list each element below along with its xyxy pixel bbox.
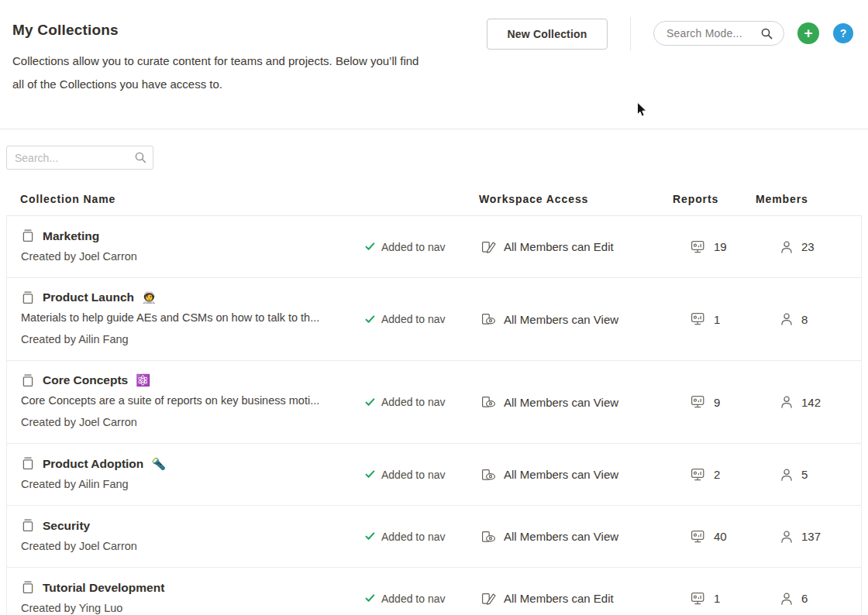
page-header: My Collections Collections allow you to …	[0, 0, 868, 129]
collection-name-cell: Tutorial Development Created by Ying Luo	[7, 569, 363, 615]
collection-emoji: ⚛️	[136, 371, 150, 390]
table-row[interactable]: Tutorial Development Created by Ying Luo…	[6, 568, 862, 615]
added-to-nav-cell: Added to nav	[363, 241, 476, 253]
added-to-nav-label: Added to nav	[381, 313, 446, 325]
members-count: 6	[801, 592, 808, 605]
added-to-nav-label: Added to nav	[381, 531, 446, 543]
document-eye-icon	[481, 395, 497, 409]
collection-title-link[interactable]: Tutorial Development	[43, 579, 164, 597]
workspace-access-icon	[481, 592, 497, 606]
members-count: 142	[801, 396, 821, 409]
collections-main: Collection Name Workspace Access Reports…	[0, 146, 868, 615]
collection-created-by: Created by Ailin Fang	[21, 329, 356, 350]
added-to-nav-label: Added to nav	[381, 469, 446, 481]
workspace-access-label: All Members can View	[504, 396, 618, 409]
collection-created-by: Created by Joel Carron	[21, 246, 356, 267]
workspace-access-cell: All Members can View	[476, 530, 667, 544]
members-cell: 23	[756, 240, 863, 254]
reports-cell: 19	[667, 240, 756, 254]
workspace-access-cell: All Members can Edit	[476, 240, 667, 254]
workspace-access-label: All Members can View	[504, 530, 618, 543]
monitor-chart-icon	[691, 592, 706, 606]
workspace-access-label: All Members can View	[504, 468, 618, 481]
workspace-access-icon	[481, 240, 497, 254]
collection-icon	[21, 290, 35, 305]
workspace-access-icon	[481, 395, 497, 409]
collection-emoji: 🔦	[151, 455, 166, 473]
table-row[interactable]: Product Launch 🧑‍🚀 Materials to help gui…	[6, 278, 862, 361]
collection-created-by: Created by Ailin Fang	[21, 474, 356, 495]
column-header-workspace-access: Workspace Access	[475, 193, 666, 205]
collection-icon	[21, 456, 35, 471]
added-to-nav-label: Added to nav	[381, 396, 446, 408]
document-eye-icon	[481, 468, 497, 482]
header-divider	[630, 17, 631, 50]
search-icon	[760, 27, 773, 40]
column-header-reports: Reports	[666, 193, 756, 205]
collection-name-cell: Marketing Created by Joel Carron	[7, 217, 363, 277]
global-search-box[interactable]: Search Mode...	[653, 21, 784, 46]
collection-name-cell: Core Concepts ⚛️ Core Concepts are a sui…	[7, 361, 363, 443]
document-eye-icon	[481, 312, 497, 326]
search-input[interactable]	[6, 146, 153, 170]
reports-cell: 1	[667, 312, 756, 326]
workspace-access-icon	[481, 468, 497, 482]
table-row[interactable]: Core Concepts ⚛️ Core Concepts are a sui…	[6, 361, 862, 444]
reports-count: 40	[714, 530, 727, 543]
global-search-placeholder: Search Mode...	[666, 27, 760, 40]
collection-title-link[interactable]: Core Concepts	[43, 371, 128, 390]
add-button[interactable]: +	[797, 22, 819, 44]
added-to-nav-cell: Added to nav	[363, 313, 476, 325]
person-icon	[780, 592, 794, 606]
page-description-line2: all of the Collections you have access t…	[12, 77, 222, 91]
check-icon	[365, 594, 375, 603]
added-to-nav-label: Added to nav	[381, 241, 446, 253]
reports-count: 2	[714, 468, 720, 481]
workspace-access-cell: All Members can View	[476, 468, 667, 482]
collection-description: Materials to help guide AEs and CSMs on …	[21, 308, 356, 328]
collection-title-link[interactable]: Product Launch	[43, 288, 134, 307]
table-row[interactable]: Product Adoption 🔦 Created by Ailin Fang…	[6, 444, 862, 506]
members-cell: 8	[756, 312, 863, 326]
magnifier-icon	[134, 151, 147, 164]
reports-count: 1	[714, 592, 720, 605]
check-icon	[365, 532, 375, 541]
person-icon	[780, 240, 794, 254]
person-icon	[780, 395, 794, 409]
table-header-row: Collection Name Workspace Access Reports…	[6, 183, 862, 215]
members-count: 23	[801, 240, 815, 253]
members-count: 5	[801, 468, 808, 481]
members-cell: 142	[756, 395, 863, 409]
table-row[interactable]: Marketing Created by Joel Carron Added t…	[6, 216, 862, 278]
document-eye-icon	[481, 530, 497, 544]
reports-cell: 1	[667, 592, 756, 606]
help-button[interactable]: ?	[833, 23, 853, 43]
collection-icon	[21, 518, 35, 533]
person-icon	[780, 468, 794, 482]
monitor-chart-icon	[691, 395, 706, 409]
collection-title-link[interactable]: Marketing	[43, 227, 99, 246]
members-cell: 5	[756, 468, 863, 482]
new-collection-button[interactable]: New Collection	[487, 19, 608, 50]
reports-cell: 2	[667, 468, 756, 482]
added-to-nav-cell: Added to nav	[363, 396, 476, 408]
workspace-access-label: All Members can Edit	[504, 240, 614, 253]
reports-cell: 9	[667, 395, 756, 409]
workspace-access-icon	[481, 312, 497, 326]
reports-count: 9	[714, 396, 720, 409]
collections-table: Marketing Created by Joel Carron Added t…	[6, 215, 862, 615]
collection-name-cell: Product Adoption 🔦 Created by Ailin Fang	[7, 445, 363, 505]
person-icon	[780, 312, 794, 326]
workspace-access-cell: All Members can Edit	[476, 592, 667, 606]
column-header-members: Members	[756, 193, 862, 205]
page-description-line1: Collections allow you to curate content …	[12, 54, 418, 67]
collection-created-by: Created by Joel Carron	[21, 536, 356, 557]
person-icon	[780, 530, 794, 544]
table-row[interactable]: Security Created by Joel Carron Added to…	[6, 506, 862, 568]
reports-count: 1	[714, 313, 720, 326]
column-header-collection-name: Collection Name	[6, 193, 363, 205]
collection-title-link[interactable]: Security	[43, 517, 90, 535]
collection-title-link[interactable]: Product Adoption	[43, 455, 143, 473]
members-count: 8	[801, 313, 808, 326]
workspace-access-cell: All Members can View	[476, 312, 667, 326]
